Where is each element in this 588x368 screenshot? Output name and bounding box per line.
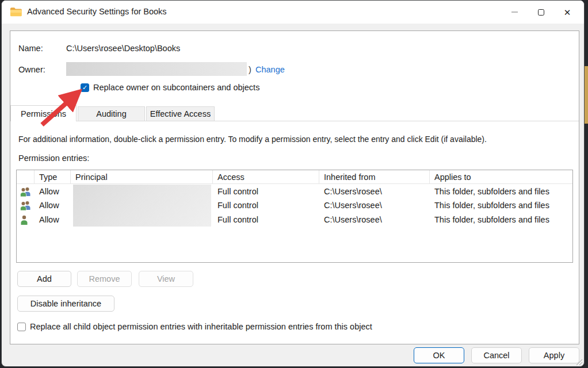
column-header-principal[interactable]: Principal bbox=[71, 170, 213, 184]
tab-effective-access[interactable]: Effective Access bbox=[146, 106, 215, 121]
users-group-icon bbox=[20, 187, 32, 197]
column-header-applies-to[interactable]: Applies to bbox=[430, 170, 574, 184]
tab-effective-access-label: Effective Access bbox=[150, 109, 211, 118]
change-owner-link[interactable]: Change bbox=[255, 65, 285, 74]
cell-type: Allow bbox=[35, 198, 71, 213]
apply-button[interactable]: Apply bbox=[529, 347, 579, 363]
tab-permissions[interactable]: Permissions bbox=[10, 105, 77, 121]
tab-strip-divider bbox=[10, 121, 579, 121]
remove-button[interactable]: Remove bbox=[77, 271, 132, 287]
tab-auditing[interactable]: Auditing bbox=[78, 106, 145, 121]
cell-access: Full control bbox=[213, 185, 319, 199]
permission-entry-row[interactable]: Allow Full control C:\Users\rosee\ This … bbox=[17, 198, 572, 213]
close-icon: ✕ bbox=[564, 8, 571, 17]
cell-access: Full control bbox=[213, 213, 319, 227]
cancel-button[interactable]: Cancel bbox=[471, 347, 522, 363]
view-button[interactable]: View bbox=[139, 271, 193, 287]
background-window-gold-sliver bbox=[584, 66, 588, 124]
user-icon bbox=[20, 215, 32, 225]
window-controls: ✕ bbox=[501, 1, 581, 24]
users-group-icon bbox=[20, 201, 32, 210]
replace-owner-checkbox-row: ✓ Replace owner on subcontainers and obj… bbox=[81, 83, 259, 92]
cell-applies-to: This folder, subfolders and files bbox=[430, 198, 574, 213]
name-label: Name: bbox=[18, 44, 43, 53]
maximize-button[interactable] bbox=[528, 1, 554, 24]
maximize-icon bbox=[538, 9, 544, 16]
cell-applies-to: This folder, subfolders and files bbox=[430, 213, 574, 227]
title-bar: Advanced Security Settings for Books ✕ bbox=[2, 1, 584, 24]
cell-inherited-from: C:\Users\rosee\ bbox=[319, 213, 430, 227]
folder-icon bbox=[10, 6, 22, 17]
column-header-inherited-from[interactable]: Inherited from bbox=[319, 170, 430, 184]
replace-owner-label: Replace owner on subcontainers and objec… bbox=[93, 83, 259, 92]
cell-inherited-from: C:\Users\rosee\ bbox=[319, 198, 430, 213]
resize-grip[interactable] bbox=[575, 358, 582, 365]
advanced-security-settings-dialog: Advanced Security Settings for Books ✕ N… bbox=[1, 0, 585, 367]
replace-child-label: Replace all child object permission entr… bbox=[30, 322, 372, 331]
tab-permissions-label: Permissions bbox=[21, 109, 66, 118]
replace-owner-checkbox[interactable]: ✓ bbox=[81, 83, 89, 92]
cell-type: Allow bbox=[35, 185, 71, 199]
window-title: Advanced Security Settings for Books bbox=[27, 7, 167, 16]
column-header-access[interactable]: Access bbox=[213, 170, 319, 184]
table-header: Type Principal Access Inherited from App… bbox=[17, 170, 572, 184]
owner-value-redacted bbox=[66, 62, 247, 76]
minimize-icon bbox=[511, 12, 518, 13]
ok-button[interactable]: OK bbox=[414, 347, 464, 363]
add-button[interactable]: Add bbox=[17, 271, 71, 287]
cell-type: Allow bbox=[35, 213, 71, 227]
permission-entry-row[interactable]: Allow Full control C:\Users\rosee\ This … bbox=[17, 185, 572, 199]
permission-entry-row[interactable]: Allow Full control C:\Users\rosee\ This … bbox=[17, 213, 572, 227]
permission-entries-table: Type Principal Access Inherited from App… bbox=[16, 170, 573, 263]
background-window-edge bbox=[584, 0, 588, 368]
column-header-type[interactable]: Type bbox=[35, 170, 71, 184]
replace-child-checkbox-row: Replace all child object permission entr… bbox=[17, 322, 372, 331]
cell-applies-to: This folder, subfolders and files bbox=[430, 185, 574, 199]
permission-entries-label: Permission entries: bbox=[18, 154, 89, 163]
close-button[interactable]: ✕ bbox=[554, 1, 581, 24]
owner-label: Owner: bbox=[18, 65, 45, 74]
cell-access: Full control bbox=[213, 198, 319, 213]
cell-inherited-from: C:\Users\rosee\ bbox=[319, 185, 430, 199]
main-panel: Name: C:\Users\rosee\Desktop\Books Owner… bbox=[10, 30, 579, 344]
name-value: C:\Users\rosee\Desktop\Books bbox=[66, 44, 180, 53]
column-header-icon[interactable] bbox=[17, 170, 35, 184]
minimize-button[interactable] bbox=[501, 1, 528, 24]
permissions-description: For additional information, double-click… bbox=[18, 135, 487, 144]
disable-inheritance-button[interactable]: Disable inheritance bbox=[17, 296, 114, 312]
owner-value-remnant: ) bbox=[249, 65, 251, 74]
replace-child-checkbox[interactable] bbox=[17, 323, 26, 331]
tab-auditing-label: Auditing bbox=[96, 109, 126, 118]
